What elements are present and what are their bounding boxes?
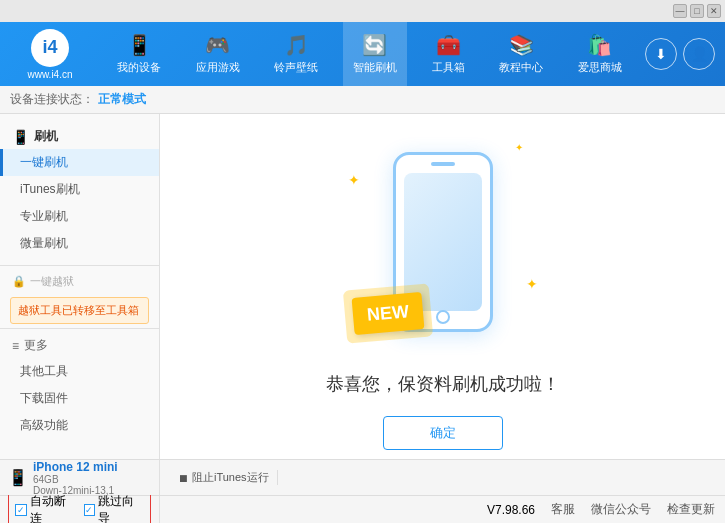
close-btn[interactable]: ✕ (707, 4, 721, 18)
nav-label-smart-flash: 智能刷机 (353, 60, 397, 75)
version-text: V7.98.66 (487, 503, 535, 517)
wechat-link[interactable]: 微信公众号 (591, 501, 651, 518)
nav-label-shop: 爱思商城 (578, 60, 622, 75)
flash-icon: 📱 (12, 129, 29, 145)
sidebar-item-one-click-flash[interactable]: 一键刷机 (0, 149, 159, 176)
sidebar-divider-2 (0, 328, 159, 329)
nav-label-my-device: 我的设备 (117, 60, 161, 75)
sidebar-warning-box: 越狱工具已转移至工具箱 (10, 297, 149, 324)
nav-label-ringtones: 铃声壁纸 (274, 60, 318, 75)
minimize-btn[interactable]: — (673, 4, 687, 18)
bottom-main-part: V7.98.66 客服 微信公众号 检查更新 (160, 496, 725, 523)
bottom-sidebar-part: 自动断连 跳过向导 (0, 496, 160, 523)
nav-icon-tutorial: 📚 (509, 33, 534, 57)
auto-connect-check-icon (15, 504, 27, 516)
phone-home-btn (436, 310, 450, 324)
sidebar-item-backup-flash[interactable]: 微量刷机 (0, 230, 159, 257)
logo-icon: i4 (31, 29, 69, 67)
stop-icon: ⏹ (178, 472, 189, 484)
header-right: ⬇ 👤 (639, 38, 725, 70)
nav-item-ringtones[interactable]: 🎵 铃声壁纸 (264, 22, 328, 86)
logo-area[interactable]: i4 www.i4.cn (0, 22, 100, 86)
auto-connect-checkbox[interactable]: 自动断连 (15, 493, 76, 524)
bottom-bar: 自动断连 跳过向导 V7.98.66 客服 微信公众号 检查更新 (0, 495, 725, 523)
nav-icon-smart-flash: 🔄 (362, 33, 387, 57)
stop-itunes-btn[interactable]: ⏹ 阻止iTunes运行 (170, 470, 278, 485)
sparkle-icon-1: ✦ (348, 172, 360, 188)
confirm-button[interactable]: 确定 (383, 416, 503, 450)
phone-illustration: NEW ✦ ✦ ✦ (343, 132, 543, 352)
nav-icon-ringtones: 🎵 (284, 33, 309, 57)
nav-label-tutorial: 教程中心 (499, 60, 543, 75)
sidebar-flash-section: 📱 刷机 一键刷机 iTunes刷机 专业刷机 微量刷机 (0, 120, 159, 261)
device-name: iPhone 12 mini (33, 460, 118, 474)
skip-wizard-check-icon (84, 504, 96, 516)
device-info-area: 📱 iPhone 12 mini 64GB Down-12mini-13,1 (0, 460, 160, 495)
sidebar-divider-1 (0, 265, 159, 266)
nav-item-toolbox[interactable]: 🧰 工具箱 (422, 22, 475, 86)
check-update-link[interactable]: 检查更新 (667, 501, 715, 518)
nav-bar: 📱 我的设备 🎮 应用游戏 🎵 铃声壁纸 🔄 智能刷机 🧰 工具箱 📚 教程中心… (100, 22, 639, 86)
title-bar: — □ ✕ (0, 0, 725, 22)
sidebar-jailbreak-section: 🔒 一键越狱 (0, 270, 159, 293)
status-bar: 设备连接状态： 正常模式 (0, 86, 725, 114)
maximize-btn[interactable]: □ (690, 4, 704, 18)
user-btn[interactable]: 👤 (683, 38, 715, 70)
sidebar: 📱 刷机 一键刷机 iTunes刷机 专业刷机 微量刷机 🔒 一键越狱 越狱工具… (0, 114, 160, 495)
device-details: iPhone 12 mini 64GB Down-12mini-13,1 (33, 460, 118, 496)
sidebar-item-download-fw[interactable]: 下载固件 (0, 385, 159, 412)
skip-wizard-checkbox[interactable]: 跳过向导 (84, 493, 145, 524)
sidebar-flash-header: 📱 刷机 (0, 124, 159, 149)
sparkle-icon-3: ✦ (526, 276, 538, 292)
sparkle-icon-2: ✦ (515, 142, 523, 153)
nav-icon-toolbox: 🧰 (436, 33, 461, 57)
new-badge: NEW (351, 292, 424, 335)
nav-item-shop[interactable]: 🛍️ 爱思商城 (568, 22, 632, 86)
device-storage: 64GB (33, 474, 118, 485)
device-model: Down-12mini-13,1 (33, 485, 118, 496)
header: i4 www.i4.cn 📱 我的设备 🎮 应用游戏 🎵 铃声壁纸 🔄 智能刷机… (0, 22, 725, 86)
skip-wizard-label: 跳过向导 (98, 493, 144, 524)
download-btn[interactable]: ⬇ (645, 38, 677, 70)
stop-itunes-area: ⏹ 阻止iTunes运行 (160, 460, 725, 495)
sidebar-item-other-tools[interactable]: 其他工具 (0, 358, 159, 385)
phone-speaker (431, 162, 455, 166)
nav-icon-apps-games: 🎮 (205, 33, 230, 57)
main-area: 📱 刷机 一键刷机 iTunes刷机 专业刷机 微量刷机 🔒 一键越狱 越狱工具… (0, 114, 725, 495)
logo-url: www.i4.cn (27, 69, 72, 80)
more-icon: ≡ (12, 339, 19, 353)
nav-item-smart-flash[interactable]: 🔄 智能刷机 (343, 22, 407, 86)
content-area: NEW ✦ ✦ ✦ 恭喜您，保资料刷机成功啦！ 确定 返回日志 (160, 114, 725, 495)
nav-item-tutorial[interactable]: 📚 教程中心 (489, 22, 553, 86)
nav-label-apps-games: 应用游戏 (196, 60, 240, 75)
status-value: 正常模式 (98, 91, 146, 108)
success-text: 恭喜您，保资料刷机成功啦！ (326, 372, 560, 396)
illustration-area: NEW ✦ ✦ ✦ (343, 132, 543, 372)
sidebar-more-header: ≡ 更多 (0, 333, 159, 358)
nav-icon-my-device: 📱 (127, 33, 152, 57)
auto-connect-label: 自动断连 (30, 493, 76, 524)
nav-icon-shop: 🛍️ (587, 33, 612, 57)
nav-label-toolbox: 工具箱 (432, 60, 465, 75)
sidebar-item-pro-flash[interactable]: 专业刷机 (0, 203, 159, 230)
nav-item-my-device[interactable]: 📱 我的设备 (107, 22, 171, 86)
device-phone-icon: 📱 (8, 468, 28, 487)
device-strip: 📱 iPhone 12 mini 64GB Down-12mini-13,1 ⏹… (0, 459, 725, 495)
customer-service-link[interactable]: 客服 (551, 501, 575, 518)
sidebar-item-advanced[interactable]: 高级功能 (0, 412, 159, 439)
status-label: 设备连接状态： (10, 91, 94, 108)
lock-icon: 🔒 (12, 275, 26, 288)
sidebar-item-itunes-flash[interactable]: iTunes刷机 (0, 176, 159, 203)
nav-item-apps-games[interactable]: 🎮 应用游戏 (186, 22, 250, 86)
sidebar-flash-label: 刷机 (34, 128, 58, 145)
